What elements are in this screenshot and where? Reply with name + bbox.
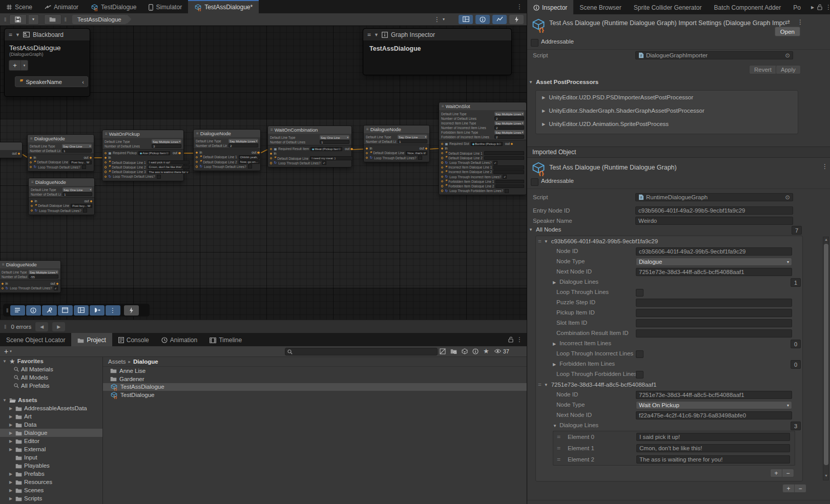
toolbar-dropdown-icon[interactable]: ▾ <box>443 17 445 22</box>
add-property-button[interactable]: + <box>9 60 21 71</box>
line-text-field[interactable] <box>495 180 524 184</box>
star-icon[interactable]: ★ <box>483 347 489 355</box>
lock-icon[interactable] <box>508 337 513 343</box>
tree-folder-scenes[interactable]: ▶Scenes <box>0 486 102 494</box>
checkbox[interactable]: ✓ <box>322 161 326 165</box>
blackboard-property-speakername[interactable]: ❞ SpeakerName ‹ <box>15 76 88 87</box>
tab-sprite-collider-generator[interactable]: Sprite Collider Generator <box>628 0 708 14</box>
row-value-field[interactable] <box>636 299 792 307</box>
drag-handle-icon[interactable]: = <box>557 456 560 463</box>
line-text-field[interactable] <box>495 184 524 188</box>
property-value-field[interactable]: 1 <box>62 149 92 153</box>
remove-element-button[interactable]: − <box>782 469 794 477</box>
tree-assets-root[interactable]: ▼Assets <box>0 396 102 404</box>
pane-menu-icon[interactable]: ⋮ <box>825 4 830 11</box>
expand-arrow-icon[interactable]: ▶ <box>8 423 13 427</box>
object-picker-icon[interactable]: ⊙ <box>499 142 501 145</box>
graph-node-dialoguenode-8[interactable]: ≡DialogueNodeDefault Line TypeSay Multip… <box>0 260 61 293</box>
tree-folder-art[interactable]: ▶Art <box>0 412 102 421</box>
checkbox[interactable]: ✓ <box>503 175 507 179</box>
graph-node-dialoguenode-1[interactable]: ≡DialogueNodeDefault Line TypeSay One Li… <box>27 134 94 172</box>
speaker-name-field[interactable]: Weirdo <box>635 217 793 225</box>
tree-folder-input[interactable]: Input <box>0 453 102 461</box>
element-value-field[interactable]: Cmon, don't be like this! <box>636 444 790 452</box>
favorite-item-all-prefabs[interactable]: All Prefabs <box>0 382 102 390</box>
apply-button[interactable]: Apply <box>776 65 801 74</box>
output-port[interactable]: out <box>252 151 260 154</box>
row-dropdown[interactable]: Wait On Pickup▾ <box>636 401 792 409</box>
checkbox[interactable] <box>82 165 86 169</box>
property-dropdown[interactable]: Say One Line▾ <box>62 144 92 148</box>
tab-scroll-icon[interactable]: ▶ <box>811 5 814 10</box>
row-value-field[interactable]: f22a475e-4c2f-41c6-9b73-6a83498abfe0 <box>636 411 792 419</box>
tree-favorites-header[interactable]: ▼★Favorites <box>0 357 102 365</box>
expand-arrow-icon[interactable]: ▶ <box>542 109 545 113</box>
checkbox[interactable] <box>83 208 87 213</box>
node-collapse-icon[interactable]: ≡ <box>271 128 273 132</box>
info-button[interactable] <box>26 305 41 316</box>
pane-menu-icon[interactable]: ⋮ <box>516 3 523 10</box>
property-dropdown[interactable]: Say Multiple Lines▾ <box>229 139 258 143</box>
output-port[interactable]: out <box>345 147 353 151</box>
footer-drag-handle[interactable]: ‖ <box>5 307 9 313</box>
tab-animator[interactable]: Animator <box>38 0 85 13</box>
tree-folder-resources[interactable]: ▶Resources <box>0 478 102 486</box>
checkbox[interactable] <box>248 164 252 169</box>
project-folder-tree[interactable]: ▼★FavoritesAll MaterialsAll ModelsAll Pr… <box>0 357 102 504</box>
property-dropdown[interactable]: Say One Line▾ <box>320 135 349 139</box>
project-search-field[interactable] <box>285 348 438 355</box>
breadcrumb-root[interactable]: Assets <box>108 359 126 365</box>
foldout-icon[interactable]: ▼ <box>529 227 533 232</box>
drag-handle-icon[interactable]: = <box>538 382 541 388</box>
create-asset-button[interactable]: + <box>4 347 8 355</box>
checkbox[interactable]: ✓ <box>54 286 58 290</box>
row-value-field[interactable]: c93b5606-401f-49a2-99b5-9ecbf1fa9c29 <box>636 247 792 256</box>
line-text-field[interactable]: I said pick it up! <box>148 160 190 164</box>
foldout-icon[interactable]: ▼ <box>2 359 7 364</box>
package-icon[interactable] <box>462 348 468 354</box>
node-collapse-icon[interactable]: ≡ <box>105 132 108 136</box>
add-property-dropdown[interactable]: ▾ <box>21 60 28 71</box>
output-port[interactable]: out <box>84 156 92 159</box>
element-row[interactable]: =Element 2The ass is waiting there for y… <box>553 454 795 465</box>
tab-inspector[interactable]: Inspector <box>527 0 573 14</box>
element-row[interactable]: =Element 1Cmon, don't be like this! <box>553 443 795 454</box>
expand-arrow-icon[interactable]: ▶ <box>8 439 13 444</box>
output-port[interactable]: out <box>420 146 428 150</box>
scroll-up-icon[interactable]: ▲ <box>824 238 828 241</box>
line-text-field[interactable]: The ass is waiting there for y <box>148 170 190 174</box>
element-value-field[interactable]: The ass is waiting there for you! <box>636 455 790 464</box>
property-value-field[interactable]: 2 <box>494 125 524 130</box>
slice-icon[interactable] <box>440 348 446 354</box>
row-value-field[interactable]: 7251e73e-38d3-44ff-a8c5-bcf54088aaf1 <box>636 268 792 276</box>
node-foldout-header[interactable]: =▼c93b5606-401f-49a2-99b5-9ecbf1fa9c29 <box>536 236 802 246</box>
scroll-down-icon[interactable]: ▼ <box>824 474 828 477</box>
drag-handle-icon[interactable]: = <box>538 238 541 244</box>
output-port[interactable]: out <box>84 199 92 203</box>
foldout-icon[interactable]: ▼ <box>2 398 7 403</box>
collapse-icon[interactable]: ‹ <box>82 79 84 85</box>
checkbox[interactable]: ✓ <box>493 161 497 165</box>
tree-folder-scripts[interactable]: ▶Scripts <box>0 494 102 502</box>
tree-folder-external[interactable]: ▶External <box>0 445 102 453</box>
drag-handle-icon[interactable]: = <box>557 445 560 452</box>
row-value-field[interactable] <box>636 319 792 327</box>
object-menu-icon[interactable]: ⋮ <box>822 163 828 170</box>
line-text-field[interactable] <box>484 151 524 155</box>
foldout-icon[interactable]: ▼ <box>529 80 533 85</box>
object-picker-icon[interactable]: ⊙ <box>785 194 790 201</box>
dock-tab-timeline[interactable]: Timeline <box>203 333 248 346</box>
save-dropdown-button[interactable]: ▾ <box>29 14 39 25</box>
expand-arrow-icon[interactable]: ▶ <box>8 414 13 419</box>
tab-scene[interactable]: Scene <box>0 0 38 13</box>
node-foldout-header[interactable]: =▼7251e73e-38d3-44ff-a8c5-bcf54088aaf1 <box>536 380 802 390</box>
property-value-field[interactable]: 2 <box>494 116 524 120</box>
property-dropdown[interactable]: Say Multiple Lines▾ <box>152 139 181 143</box>
output-port[interactable]: out <box>12 152 20 155</box>
row-value-field[interactable] <box>636 309 792 317</box>
row-checkbox[interactable] <box>636 371 644 379</box>
property-dropdown[interactable]: Say One Line▾ <box>398 135 427 139</box>
expand-arrow-icon[interactable]: ▶ <box>542 95 545 100</box>
graph-node-dialoguenode-2[interactable]: ≡DialogueNodeDefault Line TypeSay One Li… <box>28 178 95 215</box>
foldout-closed-icon[interactable]: ▶ <box>553 342 556 346</box>
